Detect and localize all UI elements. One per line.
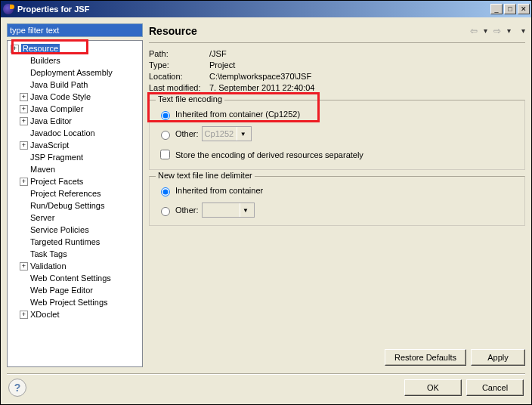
info-grid: Path: /JSF Type: Project Location: C:\te… [149, 49, 525, 92]
tree-item[interactable]: Web Page Editor [8, 284, 142, 296]
tree-item[interactable]: Java Build Path [8, 79, 142, 91]
tree-item-label: Service Policies [30, 225, 89, 234]
tree-item-label: Deployment Assembly [30, 68, 113, 77]
minimize-button[interactable]: _ [490, 4, 503, 14]
tree-expand-icon[interactable]: + [20, 311, 28, 319]
tree-item[interactable]: Javadoc Location [8, 127, 142, 139]
location-value: C:\temp\workspace370\JSF [209, 72, 525, 81]
tree-expand-icon[interactable]: + [20, 117, 28, 125]
path-value: /JSF [209, 49, 525, 58]
tree-expand-icon[interactable]: + [11, 45, 19, 53]
window-title: Properties for JSF [17, 5, 490, 14]
encoding-inherited-radio[interactable] [161, 111, 170, 120]
tree-expand-icon[interactable]: + [20, 178, 28, 186]
tree-item[interactable]: Project References [8, 187, 142, 199]
tree-item-label: Web Page Editor [30, 286, 93, 295]
tree-item-label: Java Compiler [30, 104, 83, 113]
tree-item-label: Java Editor [30, 116, 72, 125]
type-label: Type: [149, 60, 209, 70]
encoding-derived-checkbox[interactable] [160, 150, 170, 159]
tree-item-label: Web Content Settings [30, 274, 111, 283]
close-button[interactable]: ✕ [518, 4, 530, 14]
nav-back-icon[interactable]: ⇦ [470, 26, 478, 36]
maximize-button[interactable]: □ [504, 4, 516, 14]
ok-button[interactable]: OK [404, 379, 462, 396]
tree-item[interactable]: +Java Editor [8, 115, 142, 127]
nav-toolbar: ⇦ ▾ ⇨ ▾ ▾ [470, 26, 525, 36]
delimiter-other-radio[interactable] [161, 207, 170, 216]
chevron-down-icon: ▼ [240, 203, 252, 217]
tree-item[interactable]: Run/Debug Settings [8, 199, 142, 212]
encoding-other-label: Other: [175, 129, 199, 138]
delimiter-combo[interactable]: ▼ [202, 202, 255, 218]
encoding-fieldset: Text file encoding Inherited from contai… [149, 100, 525, 170]
delimiter-inherited-radio[interactable] [161, 187, 170, 196]
tree-item[interactable]: JSP Fragment [8, 151, 142, 163]
tree-item[interactable]: Service Policies [8, 224, 142, 236]
tree-expand-icon[interactable]: + [20, 141, 28, 150]
modified-label: Last modified: [149, 83, 209, 92]
tree-item-label: JavaScript [30, 141, 69, 150]
tree-item[interactable]: Web Project Settings [8, 296, 142, 308]
eclipse-icon [2, 3, 14, 15]
encoding-derived-label: Store the encoding of derived resources … [175, 150, 363, 159]
tree-item-label: Run/Debug Settings [30, 201, 104, 210]
titlebar: Properties for JSF _ □ ✕ [1, 1, 531, 17]
delimiter-fieldset: New text file line delimiter Inherited f… [149, 176, 525, 226]
restore-defaults-button[interactable]: Restore Defaults [385, 349, 466, 366]
tree-item-label: Server [30, 213, 54, 222]
help-button[interactable]: ? [8, 379, 26, 397]
encoding-combo[interactable]: Cp1252 ▼ [202, 126, 252, 141]
tree-item-label: Web Project Settings [30, 298, 108, 307]
encoding-inherited-label: Inherited from container (Cp1252) [175, 110, 300, 119]
tree-item-label: Maven [30, 165, 55, 174]
tree-item[interactable]: Maven [8, 163, 142, 175]
tree-item[interactable]: Server [8, 212, 142, 224]
nav-forward-icon[interactable]: ⇨ [493, 26, 501, 36]
tree-expand-icon[interactable]: + [20, 105, 28, 113]
delimiter-legend: New text file line delimiter [156, 171, 255, 180]
view-menu-icon[interactable]: ▾ [521, 26, 525, 35]
modified-value: 7. September 2011 22:40:04 [209, 83, 525, 92]
category-tree[interactable]: +ResourceBuildersDeployment AssemblyJava… [7, 40, 143, 367]
apply-button[interactable]: Apply [471, 349, 525, 366]
right-panel: Resource ⇦ ▾ ⇨ ▾ ▾ Path: /JSF Type: Proj… [149, 23, 525, 367]
tree-item-label: Validation [30, 261, 66, 271]
encoding-other-radio[interactable] [161, 131, 170, 140]
chevron-down-icon: ▼ [237, 127, 249, 141]
location-label: Location: [149, 72, 209, 81]
type-value: Project [209, 60, 525, 70]
delimiter-inherited-label: Inherited from container [175, 186, 263, 195]
tree-item[interactable]: Targeted Runtimes [8, 236, 142, 248]
tree-item[interactable]: +Java Code Style [8, 91, 142, 103]
tree-item[interactable]: Task Tags [8, 248, 142, 260]
page-title: Resource [149, 25, 470, 37]
tree-expand-icon[interactable]: + [20, 93, 28, 101]
tree-item[interactable]: +Validation [8, 260, 142, 272]
tree-item[interactable]: +Project Facets [8, 175, 142, 187]
tree-item[interactable]: +Resource [8, 42, 142, 54]
tree-item-label: Targeted Runtimes [30, 237, 100, 246]
tree-item-label: Task Tags [30, 249, 67, 258]
tree-item-label: Resource [21, 44, 60, 53]
bottom-bar: ? OK Cancel [1, 374, 531, 404]
tree-item-label: Project References [30, 189, 101, 198]
filter-input[interactable] [7, 23, 143, 37]
path-label: Path: [149, 49, 209, 58]
tree-item[interactable]: Deployment Assembly [8, 66, 142, 79]
tree-item-label: Javadoc Location [30, 128, 95, 138]
cancel-button[interactable]: Cancel [466, 379, 524, 396]
tree-item-label: Java Build Path [30, 80, 88, 89]
tree-item[interactable]: Web Content Settings [8, 272, 142, 284]
encoding-legend: Text file encoding [156, 94, 224, 104]
tree-expand-icon[interactable]: + [20, 262, 28, 271]
nav-back-menu-icon[interactable]: ▾ [484, 26, 487, 35]
tree-item-label: Project Facets [30, 177, 83, 186]
tree-item[interactable]: +Java Compiler [8, 103, 142, 115]
nav-forward-menu-icon[interactable]: ▾ [507, 26, 511, 35]
tree-item[interactable]: +XDoclet [8, 308, 142, 320]
tree-item[interactable]: +JavaScript [8, 139, 142, 151]
left-panel: +ResourceBuildersDeployment AssemblyJava… [7, 23, 143, 367]
tree-item[interactable]: Builders [8, 54, 142, 66]
tree-item-label: XDoclet [30, 310, 60, 319]
